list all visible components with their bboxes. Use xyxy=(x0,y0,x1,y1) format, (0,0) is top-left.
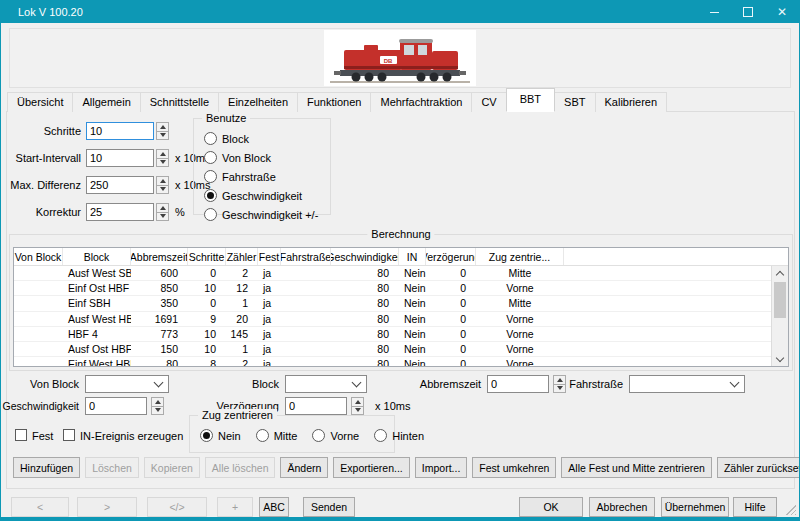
chevron-up-icon xyxy=(776,270,784,278)
settings-field-stepper[interactable] xyxy=(156,122,169,140)
scrollbar-thumb[interactable] xyxy=(774,282,786,318)
spin-down-icon[interactable] xyxy=(351,406,364,416)
table-cell: 0 xyxy=(188,297,226,309)
spin-down-icon[interactable] xyxy=(156,131,169,141)
exportieren-button[interactable]: Exportieren... xyxy=(333,457,409,478)
zug-zentrieren-radio-hinten[interactable]: Hinten xyxy=(374,429,424,442)
benutze-radio-block[interactable]: Block xyxy=(204,132,318,145)
tab-übersicht[interactable]: Übersicht xyxy=(7,92,73,112)
table-cell: 80 xyxy=(331,328,399,340)
prev-button[interactable]: < xyxy=(11,497,69,517)
spin-down-icon[interactable] xyxy=(156,185,169,195)
table-row[interactable]: Ausf West HBF1691920ja80Nein0Vorne xyxy=(14,312,771,327)
table-row[interactable]: Einf Ost HBF8501012ja80Nein0Vorne xyxy=(14,281,771,296)
radio-icon xyxy=(204,151,217,164)
abbremszeit-label: Abbremszeit xyxy=(399,378,481,390)
verzoegerung-input[interactable] xyxy=(285,397,347,415)
geschwindigkeit-input[interactable] xyxy=(85,397,147,415)
table-row[interactable]: Einf West HBF8082ja80Nein0Vorne xyxy=(14,357,771,366)
tab-einzelheiten[interactable]: Einzelheiten xyxy=(218,92,298,112)
tab-sbt[interactable]: SBT xyxy=(554,92,595,112)
von-block-combobox[interactable] xyxy=(85,375,169,393)
fest-checkbox[interactable] xyxy=(15,429,27,441)
settings-field-input[interactable] xyxy=(86,203,154,221)
table-header-cell: Schritte xyxy=(188,248,226,265)
ändern-button[interactable]: Ändern xyxy=(280,457,328,478)
in-ereignis-checkbox[interactable] xyxy=(63,429,75,441)
tab-cv[interactable]: CV xyxy=(471,92,506,112)
geschwindigkeit-stepper[interactable] xyxy=(151,397,164,415)
table-header-cell: IN xyxy=(399,248,426,265)
radio-icon xyxy=(374,429,387,442)
table-cell: ja xyxy=(258,267,281,279)
tab-mehrfachtraktion[interactable]: Mehrfachtraktion xyxy=(370,92,472,112)
spin-down-icon[interactable] xyxy=(151,406,164,416)
abbrechen-button[interactable]: Abbrechen xyxy=(589,497,655,517)
tab-allgemein[interactable]: Allgemein xyxy=(72,92,140,112)
table-cell: 9 xyxy=(188,313,226,325)
zähler-zurücksetzen-button[interactable]: Zähler zurücksetzen xyxy=(717,457,800,478)
tab-schnittstelle[interactable]: Schnittstelle xyxy=(140,92,219,112)
scroll-down-button[interactable] xyxy=(772,352,788,366)
table-cell: Nein xyxy=(399,343,426,355)
fahrstrasse-combobox[interactable] xyxy=(629,375,745,393)
radio-icon xyxy=(204,170,217,183)
tab-bbt[interactable]: BBT xyxy=(506,88,555,112)
locomotive-illustration: DB xyxy=(324,30,476,86)
löschen-button[interactable]: Löschen xyxy=(85,457,139,478)
import-button[interactable]: Import... xyxy=(415,457,468,478)
close-icon: ✕ xyxy=(777,6,787,18)
settings-field-stepper[interactable] xyxy=(156,149,169,167)
zug-zentrieren-radio-label: Nein xyxy=(218,430,241,442)
benutze-radio-geschwindigkeit-[interactable]: Geschwindigkeit +/- xyxy=(204,208,318,221)
minimize-button[interactable] xyxy=(697,1,731,23)
hinzufügen-button[interactable]: Hinzufügen xyxy=(13,457,80,478)
settings-field-input[interactable] xyxy=(86,176,154,194)
table-cell: ja xyxy=(258,297,281,309)
settings-field-stepper[interactable] xyxy=(156,203,169,221)
resize-grip[interactable] xyxy=(786,505,796,515)
close-button[interactable]: ✕ xyxy=(765,1,799,23)
table-row[interactable]: Einf SBH35001ja80Nein0Mitte xyxy=(14,296,771,311)
block-combobox[interactable] xyxy=(285,375,367,393)
code-button[interactable]: </> xyxy=(147,497,207,517)
senden-button[interactable]: Senden xyxy=(303,497,355,517)
spin-down-icon[interactable] xyxy=(156,212,169,222)
kopieren-button[interactable]: Kopieren xyxy=(144,457,200,478)
settings-field-input[interactable] xyxy=(86,122,154,140)
table-row[interactable]: HBF 477310145ja80Nein0Vorne xyxy=(14,327,771,342)
abbremszeit-input[interactable] xyxy=(487,375,549,393)
alle-fest-und-mitte-zentrieren-button[interactable]: Alle Fest und Mitte zentrieren xyxy=(561,457,712,478)
maximize-button[interactable] xyxy=(731,1,765,23)
scrollbar-track[interactable] xyxy=(772,280,788,352)
table-row[interactable]: Ausf West SBH60002ja80Nein0Mitte xyxy=(14,266,771,281)
verzoegerung-stepper[interactable] xyxy=(351,397,364,415)
alle-löschen-button[interactable]: Alle löschen xyxy=(205,457,276,478)
zug-zentrieren-radio-mitte[interactable]: Mitte xyxy=(256,429,298,442)
benutze-radio-fahrstra-e[interactable]: Fahrstraße xyxy=(204,170,318,183)
uebernehmen-button[interactable]: Übernehmen xyxy=(661,497,729,517)
settings-field-input[interactable] xyxy=(86,149,154,167)
benutze-radio-von-block[interactable]: Von Block xyxy=(204,151,318,164)
tab-funktionen[interactable]: Funktionen xyxy=(297,92,371,112)
table-header-cell: Abbremszeit xyxy=(131,248,188,265)
vertical-scrollbar[interactable] xyxy=(771,266,788,366)
zug-zentrieren-radio-vorne[interactable]: Vorne xyxy=(312,429,359,442)
spin-down-icon[interactable] xyxy=(156,158,169,168)
maximize-icon xyxy=(743,7,753,17)
zug-zentrieren-radio-nein[interactable]: Nein xyxy=(200,429,241,442)
table-cell: Nein xyxy=(399,297,426,309)
ok-button[interactable]: OK xyxy=(519,497,583,517)
scroll-up-button[interactable] xyxy=(772,266,788,280)
hilfe-button[interactable]: Hilfe xyxy=(733,497,777,517)
tab-kalibrieren[interactable]: Kalibrieren xyxy=(595,92,668,112)
table-cell: Vorne xyxy=(476,358,564,366)
table-cell: 80 xyxy=(331,358,399,366)
fest-umkehren-button[interactable]: Fest umkehren xyxy=(472,457,556,478)
benutze-radio-geschwindigkeit[interactable]: Geschwindigkeit xyxy=(204,189,318,202)
plus-button[interactable]: + xyxy=(217,497,253,517)
abc-button[interactable]: ABC xyxy=(259,497,289,517)
table-row[interactable]: Ausf Ost HBF150101ja80Nein0Vorne xyxy=(14,342,771,357)
settings-field-stepper[interactable] xyxy=(156,176,169,194)
next-button[interactable]: > xyxy=(77,497,137,517)
